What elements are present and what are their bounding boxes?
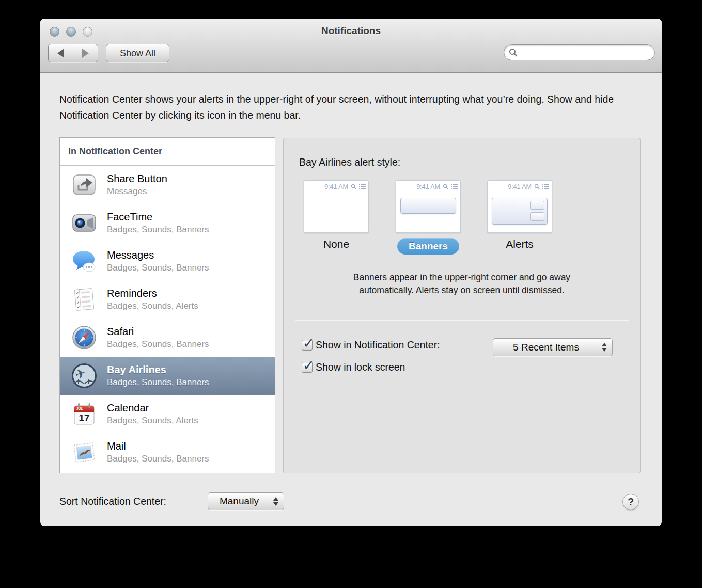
safari-icon	[71, 325, 97, 351]
forward-button[interactable]	[73, 44, 98, 62]
show-in-lock-screen-checkbox[interactable]: ✓	[302, 362, 313, 373]
messages-icon	[71, 248, 97, 274]
recent-items-popup[interactable]: 5 Recent Items	[493, 338, 613, 356]
app-name: Bay Airlines	[107, 364, 209, 376]
list-item-facetime[interactable]: FaceTime Badges, Sounds, Banners	[60, 204, 275, 242]
sort-popup[interactable]: Manually	[208, 492, 284, 510]
back-button[interactable]	[49, 44, 73, 62]
panel-divider	[295, 320, 629, 321]
alert-style-title: Bay Airlines alert style:	[299, 156, 400, 168]
show-in-lock-screen-row: ✓ Show in lock screen	[302, 361, 405, 373]
app-alert-types: Badges, Sounds, Banners	[107, 339, 209, 349]
alert-style-panel: Bay Airlines alert style: 9:41 AM 9:41 A…	[283, 138, 641, 473]
app-name: Messages	[107, 249, 209, 261]
help-button[interactable]: ?	[622, 494, 639, 510]
app-alert-types: Badges, Sounds, Alerts	[107, 416, 198, 426]
app-name: FaceTime	[107, 211, 209, 223]
facetime-icon	[71, 210, 97, 236]
preview-clock: 9:41 AM	[324, 183, 348, 190]
list-item-mail[interactable]: Mail Badges, Sounds, Banners	[60, 433, 275, 471]
show-in-notification-center-label: Show in Notification Center:	[316, 339, 440, 351]
popup-stepper-icon	[599, 343, 612, 352]
app-name: Reminders	[107, 288, 198, 299]
alert-style-description: Banners appear in the upper-right corner…	[284, 271, 640, 297]
app-alert-types: Badges, Sounds, Banners	[107, 225, 209, 235]
list-item-safari[interactable]: Safari Badges, Sounds, Banners	[60, 319, 275, 357]
app-alert-types: Badges, Sounds, Banners	[107, 377, 209, 388]
preview-clock: 9:41 AM	[508, 183, 532, 190]
preview-search-icon	[443, 184, 448, 189]
alert-style-preview-banners: 9:41 AM	[396, 180, 461, 233]
alert-style-preview-none: 9:41 AM	[304, 180, 369, 233]
preview-alert-button	[530, 201, 544, 210]
preview-alert-button	[530, 212, 544, 221]
alert-style-option-banners[interactable]: Banners	[396, 238, 461, 255]
intro-text: Notification Center shows your alerts in…	[59, 91, 648, 123]
app-alert-types: Badges, Sounds, Banners	[107, 454, 209, 464]
preview-notification-center-icon	[451, 184, 458, 189]
app-name: Calendar	[107, 402, 198, 414]
app-alert-types: Messages	[107, 186, 167, 197]
popup-stepper-icon	[270, 497, 284, 506]
app-name: Mail	[107, 440, 209, 452]
show-in-lock-screen-label: Show in lock screen	[316, 361, 405, 373]
sort-notification-center-label: Sort Notification Center:	[59, 496, 166, 507]
show-all-button[interactable]: Show All	[106, 44, 169, 62]
share-icon	[71, 172, 97, 198]
nav-back-forward-group	[48, 44, 98, 62]
preview-notification-center-icon	[359, 184, 366, 189]
preview-clock: 9:41 AM	[416, 183, 440, 190]
app-alert-types: Badges, Sounds, Banners	[107, 263, 209, 273]
alert-style-option-alerts[interactable]: Alerts	[487, 238, 552, 250]
list-item-reminders[interactable]: ✓✓ ✓✓ Reminders Badges, Sounds, Alerts	[60, 280, 275, 319]
show-in-notification-center-row: ✓ Show in Notification Center:	[302, 339, 440, 351]
list-header: In Notification Center	[60, 138, 275, 166]
window-title: Notifications	[40, 25, 662, 37]
titlebar: Notifications Show All	[40, 19, 662, 73]
selected-style-pill[interactable]: Banners	[397, 238, 459, 255]
reminders-icon: ✓✓ ✓✓	[71, 287, 97, 312]
preferences-window: Notifications Show All Notification Cent…	[40, 19, 662, 526]
app-name: Safari	[107, 326, 209, 338]
bay-airlines-icon: ✈	[71, 363, 97, 389]
app-alert-types: Badges, Sounds, Alerts	[107, 301, 198, 311]
preview-banner	[400, 198, 456, 214]
list-item-share-button[interactable]: Share Button Messages	[60, 166, 275, 204]
preview-search-icon	[534, 184, 540, 189]
mail-icon	[71, 439, 97, 465]
list-item-calendar[interactable]: JUL 17 Calendar Badges, Sounds, Alerts	[60, 395, 275, 433]
search-field[interactable]	[504, 44, 655, 60]
checkmark-icon: ✓	[303, 357, 315, 374]
notification-app-list: In Notification Center Share Button Mess…	[59, 137, 275, 473]
app-name: Share Button	[107, 173, 167, 185]
calendar-icon: JUL 17	[71, 401, 97, 427]
list-item-bay-airlines[interactable]: ✈ Bay Airlines Badges, Sounds, Banners	[60, 357, 275, 395]
alert-style-preview-alerts: 9:41 AM	[487, 180, 552, 233]
alert-style-option-none[interactable]: None	[304, 238, 369, 250]
preview-notification-center-icon	[542, 184, 549, 189]
preview-alert	[492, 198, 548, 225]
recent-items-value: 5 Recent Items	[493, 342, 599, 353]
sort-value: Manually	[208, 496, 270, 507]
svg-text:✓: ✓	[76, 304, 81, 310]
forward-arrow-icon	[82, 49, 89, 58]
svg-text:JUL: JUL	[76, 407, 83, 410]
show-in-notification-center-checkbox[interactable]: ✓	[302, 340, 313, 351]
svg-text:17: 17	[79, 412, 89, 423]
checkmark-icon: ✓	[303, 335, 315, 352]
search-input[interactable]	[520, 47, 654, 58]
back-arrow-icon	[57, 49, 64, 58]
search-icon	[509, 48, 518, 57]
preview-search-icon	[351, 184, 356, 189]
list-item-messages[interactable]: Messages Badges, Sounds, Banners	[60, 242, 275, 280]
